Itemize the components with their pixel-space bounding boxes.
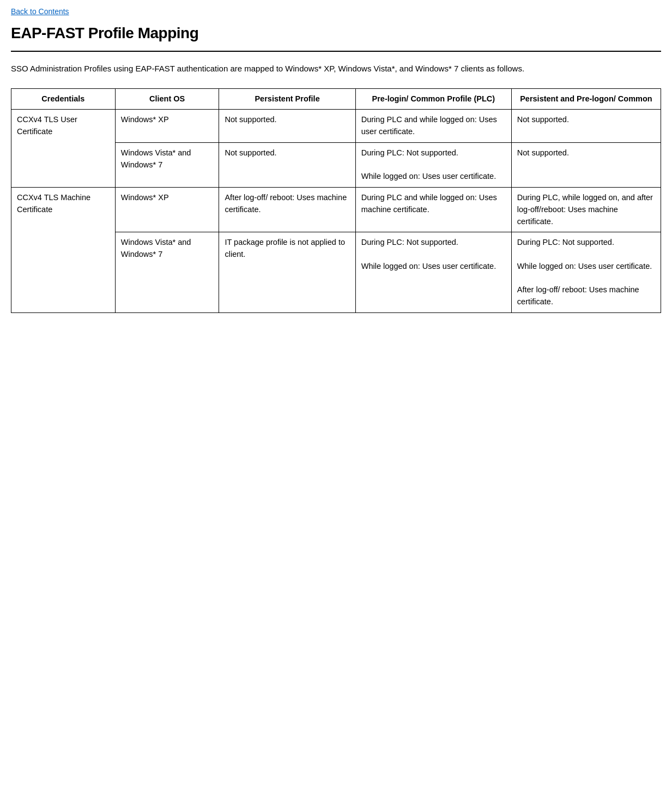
table-header-row: Credentials Client OS Persistent Profile… <box>11 88 661 110</box>
header-persistent-profile: Persistent Profile <box>219 88 355 110</box>
cell-credentials: CCXv4 TLS Machine Certificate <box>11 188 116 313</box>
back-to-contents-link[interactable]: Back to Contents <box>11 7 69 16</box>
table-row: CCXv4 TLS User CertificateWindows* XPNot… <box>11 110 661 143</box>
cell-persistent-profile: IT package profile is not applied to cli… <box>219 232 355 313</box>
cell-prelogin: During PLC and while logged on: Uses mac… <box>355 188 511 232</box>
header-persistent-prelogon: Persistent and Pre-logon/ Common <box>511 88 661 110</box>
header-client-os: Client OS <box>115 88 219 110</box>
cell-prelogin: During PLC: Not supported.While logged o… <box>355 232 511 313</box>
table-row: CCXv4 TLS Machine CertificateWindows* XP… <box>11 188 661 232</box>
cell-persistent-prelogon: Not supported. <box>511 142 661 187</box>
cell-persistent-profile: Not supported. <box>219 110 355 143</box>
cell-persistent-profile: After log-off/ reboot: Uses machine cert… <box>219 188 355 232</box>
cell-prelogin: During PLC and while logged on: Uses use… <box>355 110 511 143</box>
cell-persistent-prelogon: During PLC, while logged on, and after l… <box>511 188 661 232</box>
cell-client-os: Windows* XP <box>115 110 219 143</box>
cell-credentials: CCXv4 TLS User Certificate <box>11 110 116 188</box>
cell-client-os: Windows Vista* and Windows* 7 <box>115 232 219 313</box>
cell-client-os: Windows* XP <box>115 188 219 232</box>
cell-persistent-prelogon: Not supported. <box>511 110 661 143</box>
cell-client-os: Windows Vista* and Windows* 7 <box>115 142 219 187</box>
cell-persistent-profile: Not supported. <box>219 142 355 187</box>
cell-persistent-prelogon: During PLC: Not supported.While logged o… <box>511 232 661 313</box>
profile-mapping-table: Credentials Client OS Persistent Profile… <box>11 88 661 313</box>
header-prelogin: Pre-login/ Common Profile (PLC) <box>355 88 511 110</box>
page-title: EAP-FAST Profile Mapping <box>11 25 661 42</box>
header-credentials: Credentials <box>11 88 116 110</box>
cell-prelogin: During PLC: Not supported.While logged o… <box>355 142 511 187</box>
intro-paragraph: SSO Administration Profiles using EAP-FA… <box>11 63 661 75</box>
section-divider <box>11 51 661 52</box>
